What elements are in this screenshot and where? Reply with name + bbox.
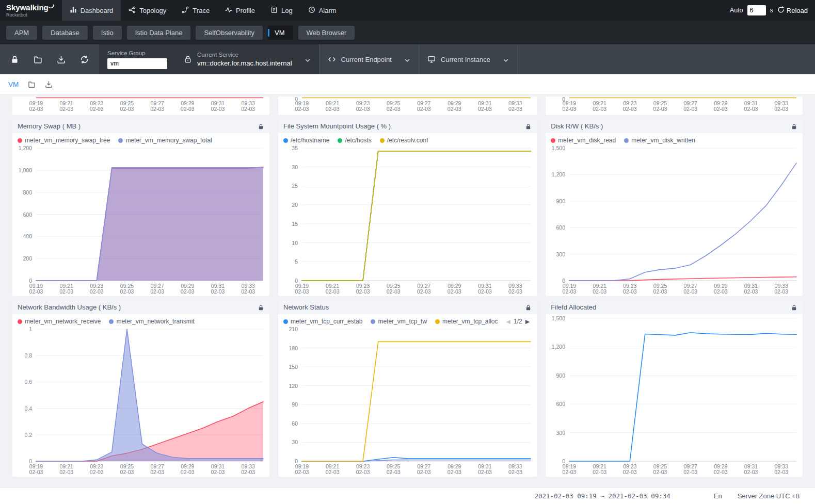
download-icon[interactable] bbox=[57, 55, 66, 64]
reload-button[interactable]: Reload bbox=[777, 6, 808, 15]
nav-item-topology[interactable]: Topology bbox=[121, 0, 174, 21]
legend-item[interactable]: meter_vm_network_transmit bbox=[109, 318, 194, 325]
svg-text:180: 180 bbox=[289, 345, 298, 351]
legend-item[interactable]: meter_vm_memory_swap_total bbox=[118, 137, 212, 144]
chart-canvas: 0510152025303509:1902-0309:2102-0309:230… bbox=[278, 144, 537, 296]
nav-item-label: Trace bbox=[193, 7, 210, 14]
svg-text:02-03: 02-03 bbox=[90, 288, 104, 295]
tab-label: Istio Data Plane bbox=[135, 29, 183, 37]
svg-text:02-03: 02-03 bbox=[295, 106, 309, 112]
legend-item[interactable]: meter_vm_memory_swap_free bbox=[18, 137, 110, 144]
svg-text:02-03: 02-03 bbox=[593, 106, 606, 112]
chart-canvas: 009:1902-0309:2102-0309:2302-0309:2502-0… bbox=[546, 96, 803, 115]
svg-text:90: 90 bbox=[292, 401, 298, 408]
legend-label: /etc/hosts bbox=[345, 137, 371, 144]
panel-title: Disk R/W ( KB/s ) bbox=[551, 122, 603, 130]
legend-prev-arrow-icon[interactable]: ◀ bbox=[506, 318, 510, 325]
legend-item[interactable]: meter_vm_disk_written bbox=[624, 137, 695, 144]
svg-text:02-03: 02-03 bbox=[417, 106, 431, 112]
monitor-icon bbox=[427, 55, 436, 63]
svg-text:02-03: 02-03 bbox=[478, 469, 492, 475]
dashboard-tab-istio-data-plane[interactable]: Istio Data Plane bbox=[127, 26, 191, 40]
legend-item[interactable]: meter_vm_tcp_alloc bbox=[435, 318, 498, 325]
legend-dot-icon bbox=[283, 319, 288, 324]
legend-item[interactable]: /etc/resolv.conf bbox=[380, 137, 428, 144]
svg-text:1,500: 1,500 bbox=[552, 145, 565, 151]
chart-legend: meter_vm_disk_readmeter_vm_disk_written bbox=[546, 133, 803, 144]
dashboard-tab-vm[interactable]: VM bbox=[268, 26, 293, 40]
svg-text:60: 60 bbox=[292, 420, 298, 427]
lock-icon[interactable] bbox=[258, 304, 264, 311]
language-label[interactable]: En bbox=[714, 492, 722, 500]
legend-dot-icon bbox=[551, 138, 555, 143]
time-range-label[interactable]: 2021-02-03 09:19 ~ 2021-02-03 09:34 bbox=[534, 492, 670, 500]
service-lock-icon bbox=[184, 55, 192, 63]
lock-icon[interactable] bbox=[525, 304, 532, 311]
log-icon bbox=[270, 6, 278, 15]
svg-text:02-03: 02-03 bbox=[387, 106, 401, 112]
navbar-right-controls: Auto s Reload bbox=[730, 5, 815, 15]
current-instance-selector[interactable]: Current Instance bbox=[419, 44, 517, 74]
panel-header: Network Bandwidth Usage ( KB/s ) bbox=[12, 300, 269, 314]
current-instance-label: Current Instance bbox=[441, 56, 490, 63]
legend-label: meter_vm_tcp_alloc bbox=[442, 318, 498, 325]
service-group-block: Service Group bbox=[99, 44, 175, 74]
dashboard-tab-database[interactable]: Database bbox=[42, 26, 88, 40]
legend-next-arrow-icon[interactable]: ▶ bbox=[525, 318, 530, 325]
svg-text:02-03: 02-03 bbox=[774, 288, 788, 295]
dashboard-tab-web-browser[interactable]: Web Browser bbox=[298, 26, 355, 40]
svg-text:02-03: 02-03 bbox=[683, 469, 697, 475]
legend-dot-icon bbox=[18, 319, 22, 324]
legend-item[interactable]: meter_vm_tcp_curr_estab bbox=[283, 318, 362, 325]
auto-interval-input[interactable] bbox=[747, 5, 766, 15]
current-endpoint-selector[interactable]: Current Endpoint bbox=[319, 44, 419, 74]
folder-icon[interactable] bbox=[28, 80, 36, 88]
dashboard-tab-istio[interactable]: Istio bbox=[93, 26, 122, 40]
svg-text:02-03: 02-03 bbox=[211, 106, 225, 112]
nav-item-profile[interactable]: Profile bbox=[217, 0, 263, 21]
legend-item[interactable]: meter_vm_network_receive bbox=[18, 318, 101, 325]
main-nav: Dashboard Topology Trace Profile Log Ala… bbox=[62, 0, 344, 21]
svg-text:02-03: 02-03 bbox=[417, 469, 431, 475]
nav-item-alarm[interactable]: Alarm bbox=[300, 0, 344, 21]
svg-text:02-03: 02-03 bbox=[744, 106, 758, 112]
svg-text:02-03: 02-03 bbox=[90, 106, 104, 112]
service-group-label: Service Group bbox=[107, 50, 167, 56]
logo-title: Skywalking bbox=[6, 4, 49, 11]
chart-panel-filefd-allocated: Filefd Allocated 03006009001,2001,50009:… bbox=[546, 300, 803, 477]
legend-item[interactable]: meter_vm_disk_read bbox=[551, 137, 616, 144]
svg-text:10: 10 bbox=[292, 240, 298, 246]
tab-vm-view[interactable]: VM bbox=[8, 80, 19, 88]
svg-text:02-03: 02-03 bbox=[29, 288, 43, 295]
svg-text:02-03: 02-03 bbox=[683, 106, 697, 112]
nav-item-log[interactable]: Log bbox=[263, 0, 300, 21]
svg-text:02-03: 02-03 bbox=[387, 469, 401, 475]
nav-item-trace[interactable]: Trace bbox=[174, 0, 217, 21]
tab-label: SelfObservability bbox=[204, 29, 254, 37]
lock-icon[interactable] bbox=[525, 123, 532, 129]
legend-item[interactable]: /etc/hostname bbox=[283, 137, 329, 144]
panel-header: Disk R/W ( KB/s ) bbox=[546, 119, 803, 133]
svg-text:02-03: 02-03 bbox=[326, 106, 340, 112]
chevron-down-icon bbox=[404, 56, 410, 62]
service-group-input[interactable] bbox=[107, 58, 167, 69]
legend-dot-icon bbox=[380, 138, 385, 143]
lock-icon[interactable] bbox=[791, 304, 797, 311]
download-icon[interactable] bbox=[45, 80, 53, 88]
legend-label: meter_vm_disk_read bbox=[558, 137, 616, 144]
dashboard-tab-self-observability[interactable]: SelfObservability bbox=[196, 26, 263, 40]
current-service-selector[interactable]: Current Service vm::docker.for.mac.host.… bbox=[175, 44, 319, 74]
lock-icon[interactable] bbox=[10, 55, 19, 64]
legend-item[interactable]: /etc/hosts bbox=[338, 137, 371, 144]
lock-icon[interactable] bbox=[258, 123, 264, 129]
svg-text:1,500: 1,500 bbox=[552, 315, 565, 321]
legend-item[interactable]: meter_vm_tcp_tw bbox=[371, 318, 427, 325]
panel-title: Filefd Allocated bbox=[551, 303, 596, 311]
legend-dot-icon bbox=[371, 319, 375, 324]
folder-icon[interactable] bbox=[34, 55, 42, 64]
refresh-icon[interactable] bbox=[80, 55, 89, 64]
dashboard-tab-apm[interactable]: APM bbox=[6, 26, 37, 40]
svg-text:600: 600 bbox=[556, 224, 566, 231]
lock-icon[interactable] bbox=[791, 123, 797, 129]
nav-item-dashboard[interactable]: Dashboard bbox=[62, 0, 121, 21]
